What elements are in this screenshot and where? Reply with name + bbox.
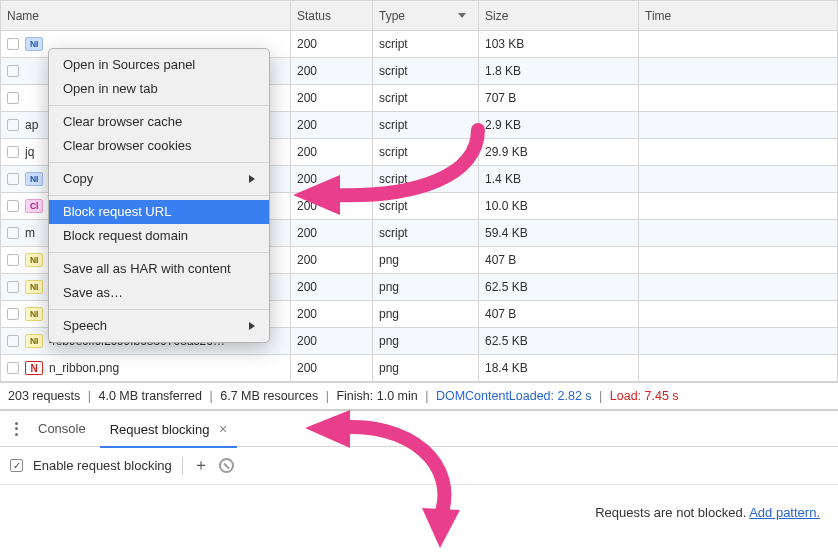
- cell-time: [639, 274, 838, 301]
- cell-status: 200: [291, 166, 373, 193]
- cell-time: [639, 247, 838, 274]
- row-select-checkbox[interactable]: [7, 308, 19, 320]
- context-menu: Open in Sources panel Open in new tab Cl…: [48, 48, 270, 343]
- cell-status: 200: [291, 31, 373, 58]
- cell-time: [639, 166, 838, 193]
- menu-speech[interactable]: Speech: [49, 314, 269, 338]
- drawer-more-icon[interactable]: [6, 411, 26, 447]
- menu-copy[interactable]: Copy: [49, 167, 269, 191]
- cell-type: png: [373, 355, 479, 382]
- cell-status: 200: [291, 220, 373, 247]
- cell-time: [639, 58, 838, 85]
- row-select-checkbox[interactable]: [7, 227, 19, 239]
- file-badge: NI: [25, 334, 43, 348]
- tab-request-blocking[interactable]: Request blocking ×: [98, 411, 240, 447]
- row-select-checkbox[interactable]: [7, 281, 19, 293]
- cell-size: 103 KB: [479, 31, 639, 58]
- cell-type: script: [373, 193, 479, 220]
- cell-size: 10.0 KB: [479, 193, 639, 220]
- col-time[interactable]: Time: [639, 1, 838, 31]
- cell-type: png: [373, 328, 479, 355]
- add-pattern-icon[interactable]: ＋: [193, 455, 209, 476]
- cell-status: 200: [291, 355, 373, 382]
- menu-save-as[interactable]: Save as…: [49, 281, 269, 305]
- file-badge: NI: [25, 307, 43, 321]
- col-size[interactable]: Size: [479, 1, 639, 31]
- cell-size: 62.5 KB: [479, 328, 639, 355]
- row-select-checkbox[interactable]: [7, 362, 19, 374]
- row-select-checkbox[interactable]: [7, 146, 19, 158]
- close-icon[interactable]: ×: [219, 421, 227, 437]
- cell-time: [639, 220, 838, 247]
- cell-type: png: [373, 247, 479, 274]
- submenu-indicator-icon: [249, 175, 255, 183]
- submenu-indicator-icon: [249, 322, 255, 330]
- row-select-checkbox[interactable]: [7, 38, 19, 50]
- col-status[interactable]: Status: [291, 1, 373, 31]
- cell-size: 59.4 KB: [479, 220, 639, 247]
- file-badge: Cl: [25, 199, 43, 213]
- file-badge: NI: [25, 172, 43, 186]
- clear-patterns-icon[interactable]: [219, 458, 234, 473]
- cell-time: [639, 139, 838, 166]
- drawer: Console Request blocking × ✓ Enable requ…: [0, 410, 838, 520]
- row-select-checkbox[interactable]: [7, 65, 19, 77]
- blocking-empty-message: Requests are not blocked.: [595, 505, 746, 520]
- cell-time: [639, 193, 838, 220]
- cell-status: 200: [291, 247, 373, 274]
- status-load: Load: 7.45 s: [610, 389, 679, 403]
- row-select-checkbox[interactable]: [7, 119, 19, 131]
- cell-time: [639, 328, 838, 355]
- cell-size: 18.4 KB: [479, 355, 639, 382]
- table-header: Name Status Type Size Time: [1, 1, 838, 31]
- cell-size: 1.4 KB: [479, 166, 639, 193]
- menu-open-new-tab[interactable]: Open in new tab: [49, 77, 269, 101]
- menu-save-har[interactable]: Save all as HAR with content: [49, 257, 269, 281]
- cell-size: 29.9 KB: [479, 139, 639, 166]
- cell-time: [639, 355, 838, 382]
- cell-type: script: [373, 220, 479, 247]
- menu-open-sources[interactable]: Open in Sources panel: [49, 53, 269, 77]
- cell-size: 707 B: [479, 85, 639, 112]
- cell-type: script: [373, 112, 479, 139]
- cell-type: script: [373, 58, 479, 85]
- cell-size: 407 B: [479, 301, 639, 328]
- cell-status: 200: [291, 328, 373, 355]
- tab-console[interactable]: Console: [26, 411, 98, 447]
- cell-status: 200: [291, 58, 373, 85]
- menu-block-url[interactable]: Block request URL: [49, 200, 269, 224]
- cell-status: 200: [291, 139, 373, 166]
- col-type[interactable]: Type: [373, 1, 479, 31]
- file-badge: NI: [25, 37, 43, 51]
- menu-block-domain[interactable]: Block request domain: [49, 224, 269, 248]
- row-select-checkbox[interactable]: [7, 173, 19, 185]
- file-badge: NI: [25, 253, 43, 267]
- cell-time: [639, 112, 838, 139]
- cell-size: 2.9 KB: [479, 112, 639, 139]
- file-name: n_ribbon.png: [49, 361, 284, 375]
- cell-status: 200: [291, 112, 373, 139]
- cell-type: script: [373, 85, 479, 112]
- cell-time: [639, 31, 838, 58]
- cell-type: script: [373, 139, 479, 166]
- status-bar: 203 requests | 4.0 MB transferred | 6.7 …: [0, 382, 838, 410]
- menu-clear-cookies[interactable]: Clear browser cookies: [49, 134, 269, 158]
- enable-blocking-label: Enable request blocking: [33, 458, 172, 473]
- cell-status: 200: [291, 274, 373, 301]
- menu-clear-cache[interactable]: Clear browser cache: [49, 110, 269, 134]
- cell-type: png: [373, 301, 479, 328]
- add-pattern-link[interactable]: Add pattern.: [749, 505, 820, 520]
- col-name[interactable]: Name: [1, 1, 291, 31]
- table-row[interactable]: Nn_ribbon.png200png18.4 KB: [1, 355, 838, 382]
- cell-status: 200: [291, 193, 373, 220]
- row-select-checkbox[interactable]: [7, 335, 19, 347]
- enable-blocking-checkbox[interactable]: ✓: [10, 459, 23, 472]
- status-finish: Finish: 1.0 min: [336, 389, 417, 403]
- row-select-checkbox[interactable]: [7, 254, 19, 266]
- cell-type: png: [373, 274, 479, 301]
- row-select-checkbox[interactable]: [7, 200, 19, 212]
- status-requests: 203 requests: [8, 389, 80, 403]
- file-badge: N: [25, 361, 43, 375]
- row-select-checkbox[interactable]: [7, 92, 19, 104]
- cell-size: 407 B: [479, 247, 639, 274]
